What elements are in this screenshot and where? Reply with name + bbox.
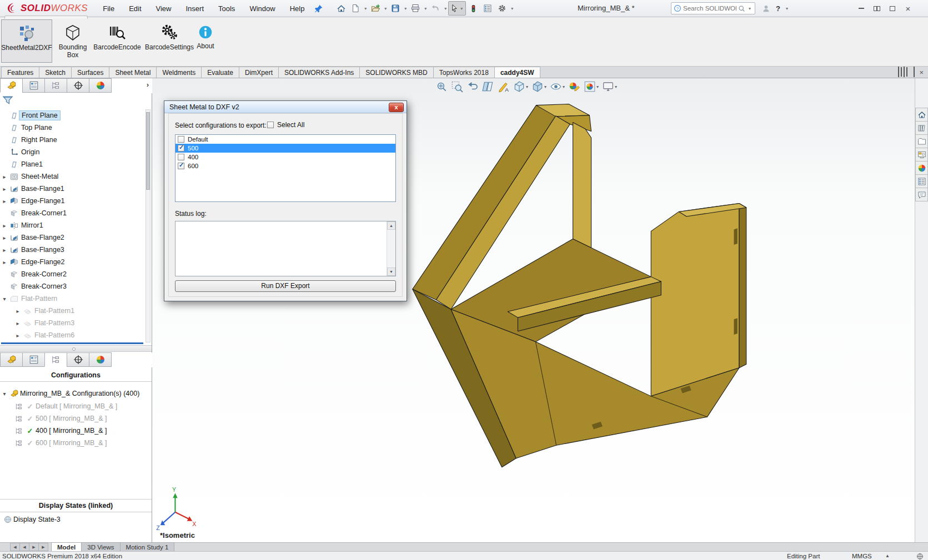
tab-scroll-first-button[interactable]: ◀ — [10, 543, 20, 551]
tab-displaymanager[interactable] — [89, 78, 112, 93]
pane-split-left-icon[interactable] — [898, 67, 899, 77]
expand-arrow-icon[interactable]: ▸ — [0, 259, 9, 265]
open-caret-icon[interactable]: ▾ — [383, 6, 388, 11]
caret-down-icon[interactable]: ▾ — [596, 84, 599, 89]
export-config-row[interactable]: 400 — [175, 153, 395, 162]
panel-splitter[interactable] — [0, 345, 152, 352]
hide-show-items-button[interactable]: ▾ — [549, 79, 566, 94]
tree-item[interactable]: ▸Base-Flange3 — [0, 244, 143, 256]
dialog-titlebar[interactable]: Sheet Metal to DXF v2 — [164, 101, 407, 113]
doc-close-button[interactable]: × — [919, 68, 924, 77]
new-caret-icon[interactable]: ▾ — [363, 6, 368, 11]
tab-featuremanager-tree[interactable] — [0, 78, 23, 93]
tree-item[interactable]: ▸Edge-Flange2 — [0, 256, 143, 268]
tab-solidworks-add-ins[interactable]: SOLIDWORKS Add-Ins — [278, 67, 360, 78]
close-button[interactable]: × — [902, 3, 914, 14]
search-input[interactable] — [683, 5, 736, 12]
custom-properties-tab[interactable] — [915, 174, 928, 188]
minimize-button[interactable] — [855, 3, 867, 14]
tree-filter-icon[interactable] — [2, 95, 13, 106]
help-button[interactable]: ? — [772, 3, 784, 14]
select-caret-icon[interactable]: ▾ — [459, 6, 464, 11]
expand-arrow-icon[interactable]: ▸ — [0, 247, 9, 253]
menu-view[interactable]: View — [149, 4, 179, 13]
view-settings-button[interactable]: ▾ — [601, 79, 618, 94]
menu-edit[interactable]: Edit — [122, 4, 148, 13]
tab-features[interactable]: Features — [1, 67, 39, 78]
scroll-down-icon[interactable]: ▼ — [387, 268, 395, 276]
rollback-bar[interactable] — [1, 342, 143, 344]
tab-surfaces[interactable]: Surfaces — [71, 67, 109, 78]
tab-displaymanager-2[interactable] — [89, 352, 112, 367]
export-config-row-selected[interactable]: 500 — [175, 144, 395, 153]
select-all-checkbox[interactable] — [267, 122, 274, 128]
barcode-settings-button[interactable]: BarcodeSettings — [143, 19, 195, 63]
options-caret-icon[interactable]: ▾ — [509, 6, 515, 11]
export-config-row[interactable]: Default — [175, 135, 395, 144]
tab-sheet-metal[interactable]: Sheet Metal — [109, 67, 157, 78]
tab-dimxpertmanager[interactable] — [67, 78, 89, 93]
tab-model[interactable]: Model — [51, 542, 82, 551]
solidworks-resources-tab[interactable] — [915, 108, 928, 122]
config-checkbox[interactable] — [178, 154, 184, 160]
tab-3d-views[interactable]: 3D Views — [81, 542, 120, 551]
tree-item[interactable]: Break-Corner3 — [0, 280, 143, 292]
undo-caret-icon[interactable]: ▾ — [443, 6, 448, 11]
menu-window[interactable]: Window — [242, 4, 282, 13]
units-caret-icon[interactable]: ▲ — [885, 553, 890, 558]
units-selector[interactable]: MMGS — [852, 553, 872, 559]
user-account-icon[interactable] — [760, 3, 772, 14]
tree-item[interactable]: ▸Flat-Pattern6 — [0, 329, 143, 341]
scroll-up-icon[interactable]: ▲ — [387, 221, 395, 230]
edit-appearance-button[interactable] — [567, 79, 581, 94]
tab-scroll-right-button[interactable]: ▶ — [29, 543, 39, 551]
display-state-item[interactable]: Display State-3 — [2, 513, 61, 526]
search-box[interactable]: ▾ — [671, 2, 755, 14]
options-button[interactable] — [495, 2, 509, 15]
section-view-button[interactable] — [481, 79, 495, 94]
expand-arrow-icon[interactable]: ▸ — [0, 223, 9, 229]
tab-sketch[interactable]: Sketch — [39, 67, 72, 78]
design-library-tab[interactable] — [915, 121, 928, 135]
file-explorer-tab[interactable] — [915, 134, 928, 148]
tree-item[interactable]: ▸Edge-Flange1 — [0, 195, 143, 207]
solidworks-forum-tab[interactable] — [915, 188, 928, 201]
pin-menu-icon[interactable] — [312, 2, 326, 15]
save-caret-icon[interactable]: ▾ — [403, 6, 408, 11]
tab-motion-study-1[interactable]: Motion Study 1 — [120, 542, 175, 551]
tree-item[interactable]: Plane1 — [0, 158, 143, 170]
tab-dimxpert[interactable]: DimXpert — [239, 67, 279, 78]
annotation-views-button[interactable] — [496, 79, 511, 94]
expand-arrow-icon[interactable]: ▸ — [0, 186, 9, 192]
config-checkbox[interactable] — [178, 136, 184, 143]
open-button[interactable] — [368, 2, 383, 15]
configuration-item-active[interactable]: ✓ 400 [ Mirroring_MB_& ] — [0, 425, 152, 437]
expand-arrow-icon[interactable]: ▸ — [13, 332, 22, 339]
tree-item[interactable]: Front Plane — [0, 109, 143, 122]
home-button[interactable] — [334, 2, 348, 15]
bounding-box-button[interactable]: Bounding Box — [56, 19, 90, 63]
caret-down-icon[interactable]: ▾ — [615, 84, 617, 89]
tab-scroll-last-button[interactable]: ▶ — [38, 543, 48, 551]
tree-item[interactable]: Origin — [0, 146, 143, 158]
configuration-item[interactable]: ✓ 500 [ Mirroring_MB_& ] — [0, 412, 152, 425]
print-button[interactable] — [408, 2, 423, 15]
about-button[interactable]: About — [192, 19, 219, 63]
search-caret-icon[interactable]: ▾ — [747, 6, 753, 11]
sheetmetal2dxf-button[interactable]: SheetMetal2DXF — [1, 19, 52, 63]
export-config-row[interactable]: 600 — [175, 162, 395, 170]
status-log-textarea[interactable]: ▲ ▼ — [175, 221, 396, 276]
view-orientation-button[interactable]: ▾ — [512, 79, 529, 94]
doc-restore-button[interactable] — [914, 67, 915, 77]
zoom-to-area-button[interactable] — [450, 79, 464, 94]
tree-item[interactable]: ▸Sheet-Metal — [0, 170, 143, 183]
zoom-to-fit-button[interactable] — [434, 79, 449, 94]
configuration-item[interactable]: ✓ 600 [ Mirroring_MB_& ] — [0, 437, 152, 449]
dialog-close-button[interactable]: x — [389, 103, 404, 112]
span-displays-button[interactable] — [871, 3, 883, 14]
config-checkbox-checked[interactable] — [178, 163, 184, 169]
new-document-button[interactable] — [348, 2, 363, 15]
help-caret-icon[interactable]: ▾ — [784, 6, 790, 11]
menu-help[interactable]: Help — [283, 4, 312, 13]
tree-item[interactable]: Break-Corner2 — [0, 268, 143, 280]
